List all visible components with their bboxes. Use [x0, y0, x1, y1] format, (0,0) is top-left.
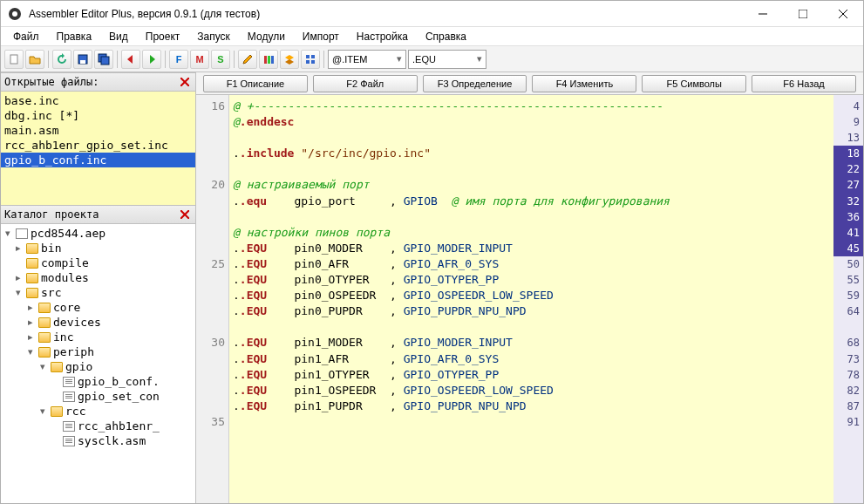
tree-node[interactable]: ▸ devices: [1, 315, 195, 330]
code-line[interactable]: @ +-------------------------------------…: [233, 99, 833, 114]
svg-rect-10: [101, 57, 109, 65]
tree-node[interactable]: ▸ modules: [1, 270, 195, 285]
f-char-icon: F: [173, 53, 185, 65]
line-gutter: 1620253035: [196, 95, 229, 503]
combo-c1[interactable]: @.ITEM: [328, 50, 406, 69]
save-all-icon: [98, 53, 110, 65]
menu-Настройка[interactable]: Настройка: [348, 29, 417, 44]
svg-point-1: [12, 11, 17, 17]
code-line[interactable]: [233, 319, 833, 335]
books-button[interactable]: [259, 50, 278, 69]
svg-rect-19: [306, 60, 310, 64]
tree-root[interactable]: ▾ pcd8544.aep: [1, 226, 195, 241]
code-line[interactable]: @.enddesc: [233, 114, 833, 130]
code-line[interactable]: ..EQU pin0_MODER , GPIO_MODER_INPUT: [233, 241, 833, 256]
code-line[interactable]: ..EQU pin0_PUPDR , GPIO_PUPDR_NPU_NPD: [233, 303, 833, 319]
code-line[interactable]: @ настраиваемый порт: [233, 177, 833, 193]
catalog-close-icon[interactable]: [178, 208, 192, 221]
tree-node[interactable]: sysclk.asm: [1, 433, 195, 448]
code-line[interactable]: [233, 161, 833, 177]
menu-Вид[interactable]: Вид: [100, 29, 137, 44]
menu-Импорт[interactable]: Импорт: [294, 29, 348, 44]
tree-node[interactable]: ▸ bin: [1, 241, 195, 255]
close-panel-icon[interactable]: [178, 75, 192, 89]
open-files-header: Открытые файлы:: [1, 72, 195, 92]
open-file-icon: [29, 53, 41, 65]
menu-Правка[interactable]: Правка: [48, 29, 101, 44]
layers-button[interactable]: [280, 50, 299, 69]
s-char-button[interactable]: S: [211, 50, 230, 69]
edit-pencil-button[interactable]: [238, 50, 257, 69]
tree-node[interactable]: gpio_set_con: [1, 389, 195, 404]
tree-node[interactable]: gpio_b_conf.: [1, 374, 195, 389]
open-file-item[interactable]: base.inc: [1, 93, 195, 108]
open-file-item[interactable]: gpio_b_conf.inc: [1, 153, 195, 167]
svg-rect-20: [311, 60, 315, 64]
svg-rect-17: [306, 55, 310, 58]
fkey-F1[interactable]: F1 Описание: [203, 75, 308, 92]
tree-node[interactable]: ▾ gpio: [1, 359, 195, 374]
new-file-button[interactable]: [4, 50, 24, 69]
f-char-button[interactable]: F: [169, 50, 188, 69]
fkey-F4[interactable]: F4 Изменить: [532, 75, 636, 92]
code-line[interactable]: ..EQU pin1_OSPEEDR , GPIO_OSPEEDR_LOW_SP…: [233, 383, 833, 398]
code-line[interactable]: ..EQU pin0_OTYPER , GPIO_OTYPER_PP: [233, 272, 833, 288]
forward-button[interactable]: [142, 50, 161, 69]
menu-Проект[interactable]: Проект: [137, 29, 189, 44]
project-tree[interactable]: ▾ pcd8544.aep▸ bin compile▸ modules▾ src…: [1, 224, 195, 503]
menu-Модули[interactable]: Модули: [239, 29, 294, 44]
tree-node[interactable]: ▾ periph: [1, 344, 195, 359]
refresh-icon: [56, 53, 68, 65]
refresh-button[interactable]: [52, 50, 71, 69]
code-line[interactable]: ..equ gpio_port , GPIOB @ имя порта для …: [233, 194, 833, 209]
code-line[interactable]: ..EQU pin0_OSPEEDR , GPIO_OSPEEDR_LOW_SP…: [233, 288, 833, 303]
toolbar: FMS@.ITEM.EQU: [1, 46, 863, 72]
code-editor[interactable]: @ +-------------------------------------…: [229, 95, 833, 503]
tree-node[interactable]: ▾ rcc: [1, 404, 195, 419]
open-file-item[interactable]: rcc_ahb1enr_gpio_set.inc: [1, 138, 195, 153]
menu-Запуск[interactable]: Запуск: [188, 29, 239, 44]
app-icon: [8, 7, 22, 21]
minimize-button[interactable]: [743, 1, 783, 27]
menu-Справка[interactable]: Справка: [417, 29, 475, 44]
save-all-button[interactable]: [94, 50, 113, 69]
code-line[interactable]: [233, 130, 833, 146]
combo-c2[interactable]: .EQU: [408, 50, 486, 69]
fkey-F6[interactable]: F6 Назад: [752, 75, 856, 92]
m-char-button[interactable]: M: [190, 50, 209, 69]
modules-icon: [304, 53, 316, 65]
code-line[interactable]: [233, 209, 833, 225]
tree-node[interactable]: ▾ src: [1, 285, 195, 300]
left-pane: Открытые файлы: base.incdbg.inc [*]main.…: [1, 72, 196, 503]
tree-node[interactable]: rcc_ahb1enr_: [1, 419, 195, 433]
code-line[interactable]: ..EQU pin1_MODER , GPIO_MODER_INPUT: [233, 335, 833, 351]
right-pane: F1 ОписаниеF2 ФайлF3 ОпределениеF4 Измен…: [196, 72, 863, 503]
save-button[interactable]: [73, 50, 92, 69]
open-file-item[interactable]: main.asm: [1, 123, 195, 138]
code-line[interactable]: ..EQU pin1_AFR , GPIO_AFR_0_SYS: [233, 351, 833, 367]
back-button[interactable]: [121, 50, 140, 69]
open-file-button[interactable]: [25, 50, 44, 69]
modules-button[interactable]: [301, 50, 320, 69]
titlebar: Assembler Editor Plus, версия 0.9.1 (для…: [1, 1, 863, 27]
close-button[interactable]: [823, 1, 863, 27]
fkey-row: F1 ОписаниеF2 ФайлF3 ОпределениеF4 Измен…: [196, 72, 863, 95]
tree-node[interactable]: ▸ inc: [1, 330, 195, 344]
tree-node[interactable]: ▸ core: [1, 300, 195, 315]
code-line[interactable]: @ настройки пинов порта: [233, 225, 833, 241]
svg-text:M: M: [195, 54, 203, 65]
maximize-button[interactable]: [783, 1, 823, 27]
tree-node[interactable]: compile: [1, 255, 195, 270]
open-files-title: Открытые файлы:: [4, 76, 99, 88]
forward-icon: [146, 53, 158, 65]
code-line[interactable]: ..EQU pin0_AFR , GPIO_AFR_0_SYS: [233, 256, 833, 272]
svg-text:F: F: [176, 54, 182, 65]
open-file-item[interactable]: dbg.inc [*]: [1, 108, 195, 123]
fkey-F3[interactable]: F3 Определение: [423, 75, 527, 92]
menu-Файл[interactable]: Файл: [4, 29, 48, 44]
code-line[interactable]: ..EQU pin1_OTYPER , GPIO_OTYPER_PP: [233, 367, 833, 383]
fkey-F2[interactable]: F2 Файл: [313, 75, 418, 92]
code-line[interactable]: ..EQU pin1_PUPDR , GPIO_PUPDR_NPU_NPD: [233, 398, 833, 414]
fkey-F5[interactable]: F5 Символы: [642, 75, 746, 92]
code-line[interactable]: ..include "/src/inc/gpio.inc": [233, 146, 833, 161]
